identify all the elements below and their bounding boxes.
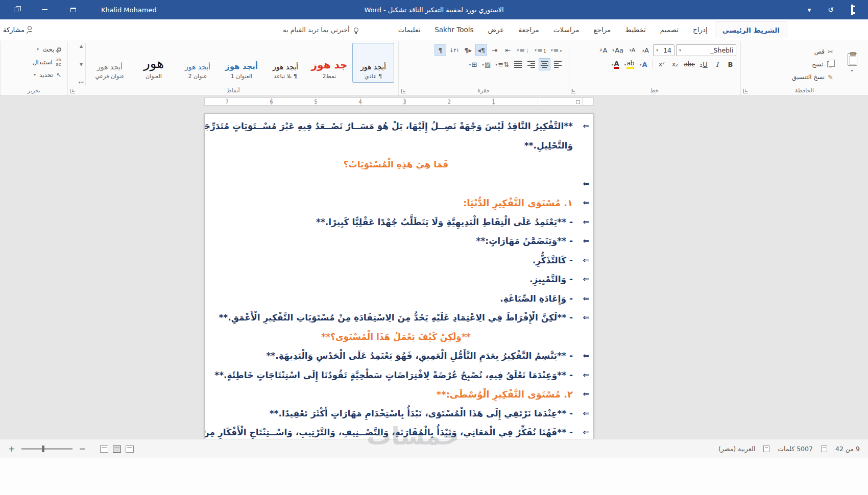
- word-count-status[interactable]: 5007 كلمات: [778, 445, 813, 453]
- doc-text[interactable]: - وَالتَّمْيِيزِ.: [529, 274, 573, 284]
- zoom-slider-thumb[interactable]: [42, 445, 44, 452]
- print-layout-button[interactable]: [113, 445, 121, 453]
- clear-formatting-button[interactable]: A✗: [597, 44, 609, 56]
- tab-design[interactable]: تصميم: [653, 21, 686, 38]
- read-mode-button[interactable]: [100, 445, 108, 453]
- doc-text[interactable]: **وَلَكِنْ كَيْفَ يَعْمَلُ هَذَا الْمُسْ…: [321, 332, 470, 342]
- doc-text[interactable]: - **وَعِنْدَمَا نَعْلَقُ فِيهِ، نُصْبِحُ…: [214, 370, 573, 380]
- subscript-button[interactable]: x₂: [669, 58, 681, 70]
- font-color-button[interactable]: A▾: [609, 58, 621, 70]
- zoom-out-button[interactable]: −: [79, 444, 86, 454]
- replace-button[interactable]: abac استبدال: [5, 56, 63, 68]
- doc-text[interactable]: - **عِنْدَمَا نَرْتَقِي إِلَى هَذَا الْم…: [270, 408, 573, 418]
- style-title[interactable]: هور العنوان: [133, 43, 175, 83]
- web-layout-button[interactable]: [126, 445, 134, 453]
- bullets-button[interactable]: ≡▾: [549, 44, 564, 56]
- tab-help[interactable]: تعليمات: [391, 21, 427, 38]
- doc-text[interactable]: **التَّفْكِيرُ النَّاقِدُ لَيْسَ وَجْهَة…: [204, 121, 573, 131]
- styles-dialog-launcher-icon[interactable]: [70, 89, 75, 93]
- doc-text[interactable]: ١. مُسْتَوَى التَّفْكِيرِ الدُّنْيَا:: [463, 197, 573, 208]
- font-dialog-launcher-icon[interactable]: [571, 89, 575, 93]
- font-name-select[interactable]: _Shebli ▾: [676, 44, 736, 56]
- styles-gallery-expand-icon[interactable]: ≡▾: [79, 80, 84, 85]
- rtl-text-direction-button[interactable]: ¶◂: [475, 44, 487, 56]
- style-heading-2[interactable]: أبجد هوز عنوان 2: [177, 43, 219, 83]
- doc-text[interactable]: فَمَا هِيَ هَذِهِ الْمُسْتَوَيَاتُ؟: [344, 159, 449, 169]
- copy-button[interactable]: نسخ: [790, 58, 835, 71]
- format-painter-button[interactable]: ✎ نسخ التنسيق: [790, 71, 835, 84]
- share-button[interactable]: مشاركة: [0, 26, 32, 34]
- page-icon[interactable]: [821, 445, 827, 452]
- tab-view[interactable]: عرض: [481, 21, 512, 38]
- change-case-button[interactable]: Aa▾: [611, 44, 625, 56]
- paste-button[interactable]: ▾: [840, 43, 864, 83]
- minimize-window-icon[interactable]: [37, 3, 52, 16]
- shrink-font-button[interactable]: A▾: [626, 44, 638, 56]
- highlight-color-button[interactable]: ab▾: [622, 58, 636, 70]
- multilevel-list-button[interactable]: ≡▾: [515, 44, 532, 56]
- page-number-status[interactable]: 9 من 42: [835, 445, 860, 453]
- style-normal[interactable]: أبجد هوز ¶ عادي: [352, 43, 394, 83]
- ribbon-display-options-icon[interactable]: [65, 3, 81, 16]
- ltr-text-direction-button[interactable]: ▸¶: [462, 44, 474, 56]
- increase-indent-button[interactable]: ⇥: [489, 44, 500, 56]
- shading-button[interactable]: ▨▾: [480, 58, 492, 70]
- numbering-button[interactable]: ≡▾: [533, 44, 548, 56]
- doc-text[interactable]: - **يَتَّسِمُ التَّفْكِيرُ بِعَدَمِ التَ…: [266, 351, 573, 361]
- line-spacing-button[interactable]: ⇅≡▾: [494, 58, 511, 70]
- sort-button[interactable]: ٢١↓: [448, 44, 461, 56]
- tab-insert[interactable]: إدراج: [686, 21, 715, 38]
- save-icon[interactable]: [847, 6, 858, 14]
- tab-references[interactable]: مراجع: [586, 21, 618, 38]
- tab-sakhr-tools[interactable]: Sakhr Tools: [427, 21, 480, 38]
- style-subtitle[interactable]: أبجد هوز عنوان فرعي: [89, 43, 131, 83]
- tab-review[interactable]: مراجعة: [511, 21, 546, 38]
- doc-text[interactable]: - **يَعْتَمِدُ عَلَى الْتِقَاطِ الْبَدِي…: [316, 217, 573, 227]
- tab-home[interactable]: الشريط الرئيسي: [715, 21, 787, 38]
- doc-text[interactable]: - **فَهُنَا نُفَكِّرُ فِي الْمَعَانِي، و…: [204, 427, 573, 437]
- align-right-button[interactable]: [552, 58, 564, 70]
- strikethrough-button[interactable]: abc: [682, 58, 696, 70]
- grow-font-button[interactable]: A▴: [640, 44, 652, 56]
- text-effects-button[interactable]: A▾: [637, 58, 649, 70]
- customize-qat-chevron-icon[interactable]: ▾: [804, 6, 815, 14]
- align-center-button[interactable]: [539, 58, 550, 70]
- paragraph-dialog-launcher-icon[interactable]: [401, 89, 406, 93]
- italic-button[interactable]: I: [711, 58, 723, 70]
- superscript-button[interactable]: x²: [656, 58, 667, 70]
- zoom-in-button[interactable]: +: [8, 444, 15, 454]
- doc-text[interactable]: - كَالتَّذَكُّرِ.: [533, 255, 573, 265]
- style-heading-1[interactable]: أبجد هوز العنوان 1: [221, 43, 262, 83]
- tell-me-box[interactable]: أخبرني بما تريد القيام به: [283, 26, 358, 34]
- tab-mailings[interactable]: مراسلات: [546, 21, 587, 38]
- justify-button[interactable]: [512, 58, 524, 70]
- doc-text[interactable]: ٢. مُسْتَوَى التَّفْكِيرِ الْوُسْطَى:**: [437, 389, 573, 400]
- show-formatting-marks-button[interactable]: ¶: [435, 44, 446, 56]
- select-button[interactable]: ↖ تحديد ▾: [5, 68, 63, 81]
- clipboard-dialog-launcher-icon[interactable]: [743, 89, 748, 93]
- bold-button[interactable]: B: [725, 58, 736, 70]
- doc-text[interactable]: - **وَيَتَضَمَّنُ مَهَارَاتٍ:**: [476, 236, 573, 246]
- restore-window-icon[interactable]: [8, 3, 23, 16]
- underline-button[interactable]: U▾: [698, 58, 710, 70]
- cut-button[interactable]: ✂ قص: [790, 45, 835, 58]
- horizontal-ruler[interactable]: 7 6 5 4 3 2 1: [204, 97, 594, 106]
- proofing-book-icon[interactable]: [763, 445, 769, 452]
- doc-text[interactable]: - وَإِعَادَةِ الصِّيَاغَةِ.: [500, 293, 573, 304]
- language-status[interactable]: العربية (مصر): [718, 445, 755, 453]
- doc-text[interactable]: - **لَكِنَّ الْإِفْرَاطَ فِي الِاعْتِمَا…: [219, 312, 573, 323]
- tab-layout[interactable]: تخطيط: [618, 21, 653, 38]
- style-no-spacing[interactable]: أبجد هوز ¶ بلا تباعد: [264, 43, 306, 83]
- account-user-name[interactable]: Khalid Mohamed: [101, 6, 157, 14]
- font-size-select[interactable]: 14 ▾: [653, 44, 674, 56]
- style-namat2[interactable]: جد هوز نمط2: [308, 43, 350, 83]
- styles-scroll-up-icon[interactable]: ▲: [80, 44, 83, 48]
- decrease-indent-button[interactable]: ⇤: [502, 44, 514, 56]
- borders-button[interactable]: ⊞▾: [467, 58, 479, 70]
- indent-marker[interactable]: [576, 100, 580, 104]
- document-page[interactable]: ⇐**التَّفْكِيرُ النَّاقِدُ لَيْسَ وَجْهَ…: [204, 113, 594, 439]
- undo-icon[interactable]: ↺: [825, 6, 836, 14]
- find-button[interactable]: بحث ▾: [5, 43, 63, 56]
- doc-text[interactable]: وَالتَّحْلِيلِ.**: [524, 140, 573, 151]
- styles-scroll-down-icon[interactable]: ▼: [80, 62, 83, 67]
